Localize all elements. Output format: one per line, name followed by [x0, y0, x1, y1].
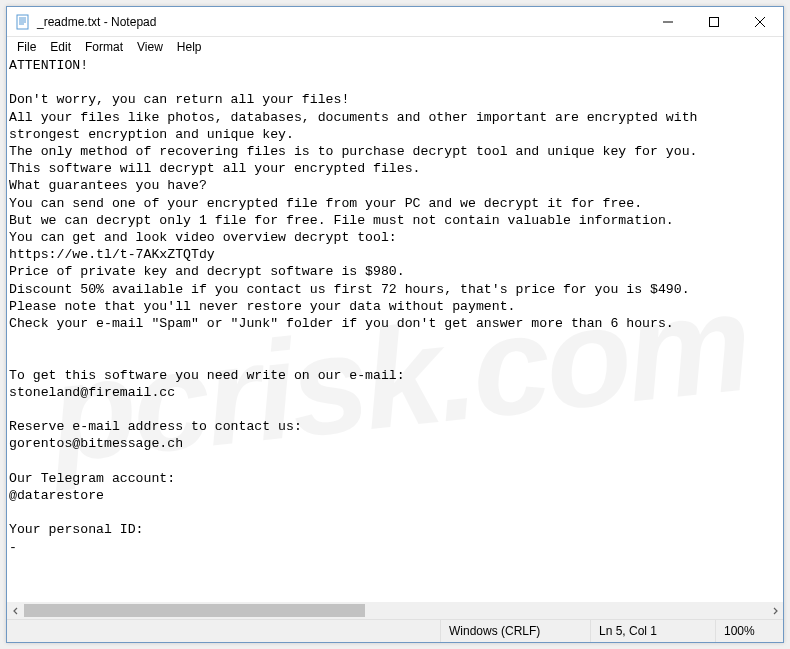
- maximize-button[interactable]: [691, 7, 737, 37]
- close-button[interactable]: [737, 7, 783, 37]
- window-title: _readme.txt - Notepad: [37, 15, 156, 29]
- notepad-icon: [15, 14, 31, 30]
- menu-file[interactable]: File: [11, 39, 42, 55]
- scroll-left-arrow-icon[interactable]: [7, 602, 24, 619]
- svg-rect-6: [710, 17, 719, 26]
- horizontal-scrollbar[interactable]: [7, 602, 783, 619]
- status-spacer: [7, 620, 440, 642]
- notepad-window: _readme.txt - Notepad File Edit Format V…: [6, 6, 784, 643]
- menu-format[interactable]: Format: [79, 39, 129, 55]
- menu-help[interactable]: Help: [171, 39, 208, 55]
- statusbar: Windows (CRLF) Ln 5, Col 1 100%: [7, 619, 783, 642]
- titlebar[interactable]: _readme.txt - Notepad: [7, 7, 783, 37]
- menubar: File Edit Format View Help: [7, 37, 783, 57]
- scroll-thumb[interactable]: [24, 604, 365, 617]
- editor-viewport: ATTENTION! Don't worry, you can return a…: [7, 57, 783, 619]
- status-encoding: Windows (CRLF): [440, 620, 590, 642]
- text-area[interactable]: ATTENTION! Don't worry, you can return a…: [9, 57, 783, 601]
- minimize-button[interactable]: [645, 7, 691, 37]
- scroll-track[interactable]: [24, 602, 766, 619]
- menu-edit[interactable]: Edit: [44, 39, 77, 55]
- status-position: Ln 5, Col 1: [590, 620, 715, 642]
- menu-view[interactable]: View: [131, 39, 169, 55]
- title-left: _readme.txt - Notepad: [7, 14, 156, 30]
- scroll-right-arrow-icon[interactable]: [766, 602, 783, 619]
- status-zoom: 100%: [715, 620, 783, 642]
